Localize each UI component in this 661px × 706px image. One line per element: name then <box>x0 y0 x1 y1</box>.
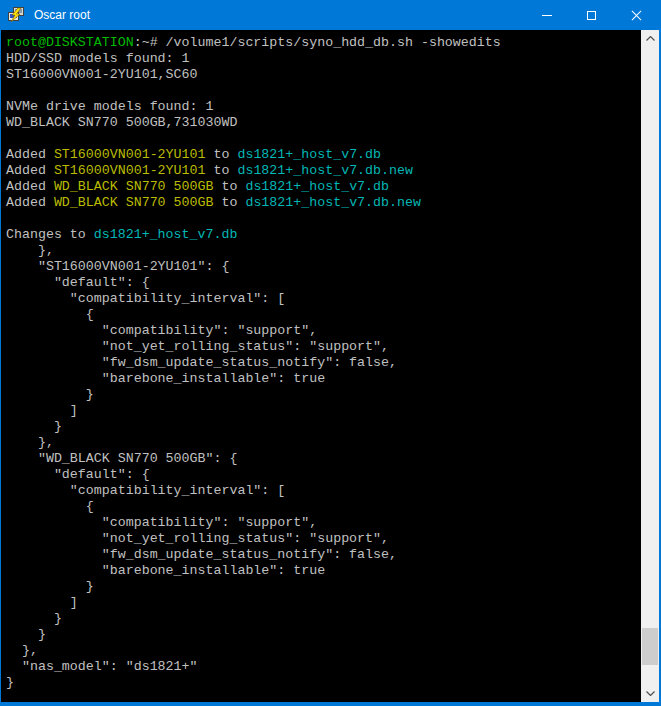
terminal-text-segment: "compatibility": "support", <box>6 323 317 338</box>
terminal-text-segment: Added <box>6 179 54 194</box>
terminal-line: } <box>6 611 641 627</box>
terminal-text-segment: WD_BLACK SN770 500GB,731030WD <box>6 115 237 130</box>
terminal-output[interactable]: root@DISKSTATION:~# /volume1/scripts/syn… <box>1 30 641 702</box>
terminal-text-segment: "default": { <box>6 275 150 290</box>
terminal-line: Added WD_BLACK SN770 500GB to ds1821+_ho… <box>6 179 641 195</box>
terminal-text-segment: { <box>6 499 94 514</box>
terminal-line: Added ST16000VN001-2YU101 to ds1821+_hos… <box>6 147 641 163</box>
terminal-line: } <box>6 675 641 691</box>
terminal-text-segment: }, <box>6 435 54 450</box>
terminal-text-segment: ds1821+_host_v7.db.new <box>245 195 421 210</box>
terminal-line: "not_yet_rolling_status": "support", <box>6 531 641 547</box>
terminal-line: }, <box>6 435 641 451</box>
terminal-line: "ST16000VN001-2YU101": { <box>6 259 641 275</box>
terminal-text-segment: "compatibility_interval": [ <box>6 291 285 306</box>
terminal-text-segment: ds1821+_host_v7.db <box>245 179 389 194</box>
terminal-text-segment: ST16000VN001-2YU101 <box>54 163 206 178</box>
terminal-text-segment: WD_BLACK SN770 500GB <box>54 195 214 210</box>
terminal-text-segment: } <box>6 627 46 642</box>
terminal-line: "compatibility_interval": [ <box>6 483 641 499</box>
terminal-text-segment: "fw_dsm_update_status_notify": false, <box>6 355 397 370</box>
terminal-line: "compatibility": "support", <box>6 515 641 531</box>
terminal-line: ] <box>6 403 641 419</box>
terminal-line: }, <box>6 643 641 659</box>
terminal-line: Added WD_BLACK SN770 500GB to ds1821+_ho… <box>6 195 641 211</box>
terminal-text-segment: ds1821+_host_v7.db <box>94 227 238 242</box>
terminal-text-segment: "not_yet_rolling_status": "support", <box>6 531 389 546</box>
maximize-button[interactable] <box>569 0 614 30</box>
terminal-line: ] <box>6 595 641 611</box>
terminal-line: } <box>6 579 641 595</box>
terminal-line: } <box>6 419 641 435</box>
terminal-line: "compatibility": "support", <box>6 323 641 339</box>
terminal-line <box>6 211 641 227</box>
terminal-text-segment: "fw_dsm_update_status_notify": false, <box>6 547 397 562</box>
terminal-scrollbar[interactable] <box>641 30 659 702</box>
terminal-text-segment: "compatibility": "support", <box>6 515 317 530</box>
close-icon <box>631 10 642 21</box>
terminal-text-segment: to <box>206 163 238 178</box>
terminal-text-segment: "WD_BLACK SN770 500GB": { <box>6 451 237 466</box>
terminal-text-segment: "not_yet_rolling_status": "support", <box>6 339 389 354</box>
terminal-line: { <box>6 307 641 323</box>
terminal-line <box>6 83 641 99</box>
putty-window: Oscar root root@DISKSTATION:~# /volume1/… <box>0 0 661 706</box>
putty-app-icon <box>8 7 24 23</box>
terminal-text-segment: }, <box>6 243 54 258</box>
terminal-line: Changes to ds1821+_host_v7.db <box>6 227 641 243</box>
terminal-text-segment: "ST16000VN001-2YU101": { <box>6 259 229 274</box>
terminal-text-segment: :~# /volume1/scripts/syno_hdd_db.sh -sho… <box>134 35 501 50</box>
terminal-text-segment: "compatibility_interval": [ <box>6 483 285 498</box>
terminal-line: } <box>6 627 641 643</box>
terminal-line: Added ST16000VN001-2YU101 to ds1821+_hos… <box>6 163 641 179</box>
window-body: root@DISKSTATION:~# /volume1/scripts/syn… <box>0 30 661 704</box>
terminal-line: }, <box>6 243 641 259</box>
scrollbar-thumb[interactable] <box>642 628 658 665</box>
caption-buttons <box>524 0 659 30</box>
terminal-text-segment: to <box>206 147 238 162</box>
terminal-text-segment: root@DISKSTATION <box>6 35 134 50</box>
terminal-line: { <box>6 499 641 515</box>
terminal-text-segment: to <box>213 195 245 210</box>
terminal-text-segment: Added <box>6 195 54 210</box>
terminal-line: HDD/SSD models found: 1 <box>6 51 641 67</box>
close-button[interactable] <box>614 0 659 30</box>
terminal-text-segment: ds1821+_host_v7.db.new <box>237 163 413 178</box>
scroll-down-button[interactable] <box>641 685 659 702</box>
terminal-text-segment: "barebone_installable": true <box>6 563 325 578</box>
terminal-line: "barebone_installable": true <box>6 563 641 579</box>
terminal-text-segment: ds1821+_host_v7.db <box>237 147 381 162</box>
terminal-line: NVMe drive models found: 1 <box>6 99 641 115</box>
terminal-text-segment: Added <box>6 163 54 178</box>
terminal-line: "fw_dsm_update_status_notify": false, <box>6 355 641 371</box>
terminal-line: WD_BLACK SN770 500GB,731030WD <box>6 115 641 131</box>
scroll-up-button[interactable] <box>641 30 659 47</box>
terminal-line: } <box>6 387 641 403</box>
terminal-text-segment: ST16000VN001-2YU101 <box>54 147 206 162</box>
terminal-text-segment: } <box>6 419 62 434</box>
title-bar[interactable]: Oscar root <box>0 0 661 30</box>
terminal-line: "not_yet_rolling_status": "support", <box>6 339 641 355</box>
terminal-line: root@DISKSTATION:~# /volume1/scripts/syn… <box>6 35 641 51</box>
terminal-text-segment: HDD/SSD models found: 1 <box>6 51 190 66</box>
terminal-text-segment: } <box>6 387 94 402</box>
terminal-text-segment: "barebone_installable": true <box>6 371 325 386</box>
terminal-line: "nas_model": "ds1821+" <box>6 659 641 675</box>
chevron-down-icon <box>646 691 655 696</box>
terminal-line <box>6 131 641 147</box>
terminal-text-segment: "nas_model": "ds1821+" <box>6 659 198 674</box>
terminal-text-segment: } <box>6 675 14 690</box>
terminal-text-segment: Changes to <box>6 227 94 242</box>
terminal-text-segment: { <box>6 307 94 322</box>
terminal-text-segment: "default": { <box>6 467 150 482</box>
terminal-text-segment: ST16000VN001-2YU101,SC60 <box>6 67 198 82</box>
terminal-text-segment: }, <box>6 643 38 658</box>
terminal-text-segment: ] <box>6 403 78 418</box>
chevron-up-icon <box>646 36 655 41</box>
minimize-button[interactable] <box>524 0 569 30</box>
terminal-text-segment: ] <box>6 595 78 610</box>
terminal-line: "default": { <box>6 275 641 291</box>
terminal-line: "fw_dsm_update_status_notify": false, <box>6 547 641 563</box>
terminal-text-segment: } <box>6 579 94 594</box>
terminal-line: "compatibility_interval": [ <box>6 291 641 307</box>
